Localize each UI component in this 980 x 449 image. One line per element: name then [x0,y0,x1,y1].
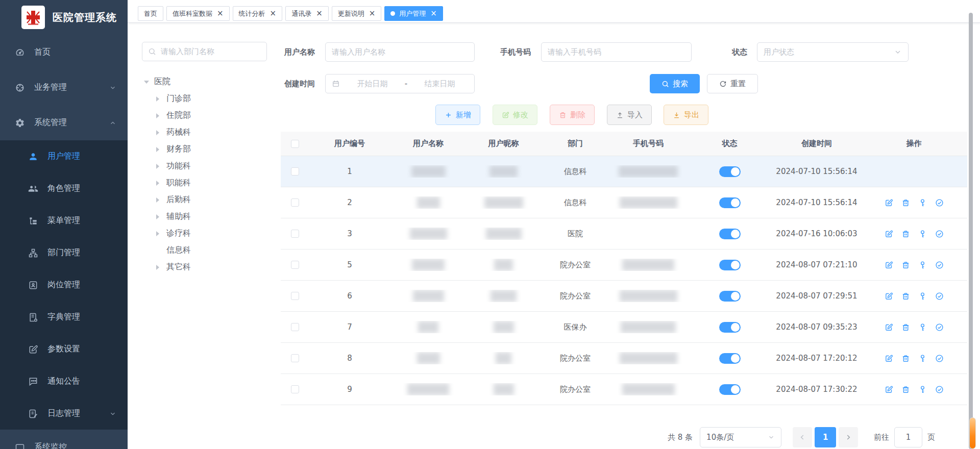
tree-node-辅助科[interactable]: 辅助科 [142,208,267,225]
caret-right-icon[interactable] [156,265,166,270]
sidebar-item-菜单管理[interactable]: 菜单管理 [0,205,128,237]
tab-首页[interactable]: 首页 [138,6,163,21]
caret-right-icon[interactable] [156,164,166,169]
status-toggle[interactable] [719,197,741,208]
sidebar-item-部门管理[interactable]: 部门管理 [0,237,128,269]
row-reset-password-button[interactable] [918,198,927,207]
row-checkbox[interactable] [291,230,299,238]
username-input[interactable]: 请输入用户名称 [325,42,475,62]
status-toggle[interactable] [719,353,741,364]
delete-button[interactable]: 删除 [550,105,595,125]
tree-node-信息科[interactable]: 信息科 [142,242,267,259]
row-assign-button[interactable] [935,198,944,207]
phone-input[interactable]: 请输入手机号码 [541,42,692,62]
export-button[interactable]: 导出 [664,105,708,125]
sidebar-item-业务管理[interactable]: 业务管理 [0,70,128,105]
sidebar-item-系统监控[interactable]: 系统监控 [0,430,128,449]
status-toggle[interactable] [719,260,741,270]
row-checkbox[interactable] [291,292,299,300]
row-assign-button[interactable] [935,323,944,332]
status-toggle[interactable] [719,166,741,177]
import-button[interactable]: 导入 [607,105,652,125]
row-assign-button[interactable] [935,292,944,301]
row-checkbox[interactable] [291,198,299,207]
sidebar-item-首页[interactable]: 首页 [0,35,128,70]
row-checkbox[interactable] [291,354,299,362]
tab-值班科室数据[interactable]: 值班科室数据× [166,6,230,21]
caret-right-icon[interactable] [156,181,166,186]
caret-right-icon[interactable] [156,231,166,236]
sidebar-item-通知公告[interactable]: 通知公告 [0,365,128,397]
row-reset-password-button[interactable] [918,230,927,238]
tree-node-财务部[interactable]: 财务部 [142,141,267,158]
sidebar-item-用户管理[interactable]: 用户管理 [0,140,128,172]
tab-更新说明[interactable]: 更新说明× [332,6,382,21]
tab-close-icon[interactable]: × [217,10,224,17]
tree-node-药械科[interactable]: 药械科 [142,124,267,141]
tab-close-icon[interactable]: × [316,10,323,17]
row-delete-button[interactable] [901,198,910,207]
row-delete-button[interactable] [901,261,910,269]
row-checkbox[interactable] [291,261,299,269]
sidebar-item-岗位管理[interactable]: 岗位管理 [0,269,128,301]
status-toggle[interactable] [719,291,741,302]
tab-统计分析[interactable]: 统计分析× [233,6,283,21]
tab-close-icon[interactable]: × [430,10,437,17]
tree-node-门诊部[interactable]: 门诊部 [142,90,267,107]
row-reset-password-button[interactable] [918,261,927,269]
tab-通讯录[interactable]: 通讯录× [285,6,329,21]
caret-right-icon[interactable] [156,147,166,152]
sidebar-item-角色管理[interactable]: 角色管理 [0,172,128,205]
sidebar-item-字典管理[interactable]: 字典管理 [0,301,128,333]
add-button[interactable]: 新增 [435,105,480,125]
tree-node-其它科[interactable]: 其它科 [142,259,267,276]
row-reset-password-button[interactable] [918,354,927,363]
row-assign-button[interactable] [935,354,944,363]
row-edit-button[interactable] [885,354,893,363]
sidebar-item-日志管理[interactable]: 日志管理 [0,397,128,430]
row-edit-button[interactable] [885,385,893,394]
select-all-checkbox[interactable] [291,140,299,148]
tree-node-医院[interactable]: 医院 [142,73,267,90]
row-reset-password-button[interactable] [918,323,927,332]
search-button[interactable]: 搜索 [650,74,700,93]
status-toggle[interactable] [719,229,741,239]
row-assign-button[interactable] [935,230,944,238]
row-assign-button[interactable] [935,385,944,394]
sidebar-item-系统管理[interactable]: 系统管理 [0,105,128,140]
tab-close-icon[interactable]: × [270,10,277,17]
row-delete-button[interactable] [901,323,910,332]
row-edit-button[interactable] [885,230,893,238]
tree-node-职能科[interactable]: 职能科 [142,174,267,191]
reset-button[interactable]: 重置 [707,74,758,93]
row-assign-button[interactable] [935,261,944,269]
caret-right-icon[interactable] [156,197,166,203]
vertical-scrollbar-thumb[interactable] [969,13,973,449]
row-checkbox[interactable] [291,323,299,331]
tab-用户管理[interactable]: 用户管理× [384,6,443,21]
row-edit-button[interactable] [885,198,893,207]
goto-page-input[interactable]: 1 [894,427,922,447]
edit-button[interactable]: 修改 [493,105,537,125]
status-toggle[interactable] [719,384,741,395]
row-reset-password-button[interactable] [918,292,927,301]
row-edit-button[interactable] [885,292,893,301]
row-delete-button[interactable] [901,354,910,363]
tree-node-诊疗科[interactable]: 诊疗科 [142,225,267,242]
next-page-button[interactable] [839,427,858,447]
sidebar-item-参数设置[interactable]: 参数设置 [0,333,128,365]
status-toggle[interactable] [719,322,741,333]
row-checkbox[interactable] [291,385,299,393]
status-select[interactable]: 用户状态 [757,42,909,62]
row-delete-button[interactable] [901,230,910,238]
row-delete-button[interactable] [901,292,910,301]
caret-right-icon[interactable] [156,214,166,219]
prev-page-button[interactable] [793,427,812,447]
tree-node-功能科[interactable]: 功能科 [142,158,267,174]
tree-node-住院部[interactable]: 住院部 [142,107,267,124]
department-search-input[interactable]: 请输入部门名称 [142,42,267,61]
date-range-picker[interactable]: 开始日期 - 结束日期 [325,74,475,93]
caret-down-icon[interactable] [144,81,154,84]
row-edit-button[interactable] [885,261,893,269]
row-checkbox[interactable] [291,167,299,176]
